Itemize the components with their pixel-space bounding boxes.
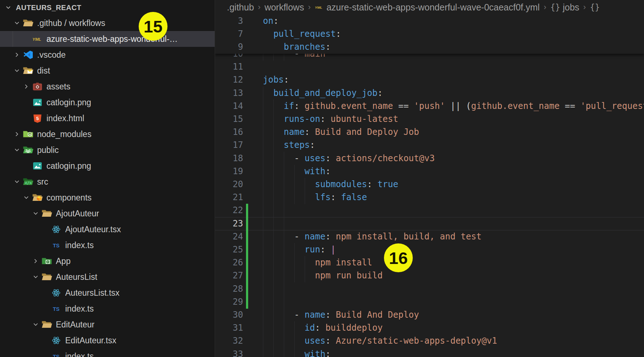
tree-item-assets[interactable]: assets: [0, 79, 215, 94]
code-line-17[interactable]: 17 steps:: [215, 138, 644, 152]
code-text: name: Build and Deploy Job: [263, 125, 419, 138]
tree-item-ajoutauteur-tsx[interactable]: AjoutAuteur.tsx: [0, 221, 215, 237]
indent-guide: [273, 282, 274, 296]
svg-text:TS: TS: [53, 243, 60, 248]
code-line-11[interactable]: 11: [215, 60, 644, 74]
code-line-18[interactable]: 18 - uses: actions/checkout@v3: [215, 152, 644, 165]
code-line-25[interactable]: 25 run: |: [215, 243, 644, 256]
svg-text:YML: YML: [315, 5, 323, 9]
line-number: 18: [215, 152, 243, 165]
tree-item-vscode[interactable]: .vscode: [0, 47, 215, 63]
breadcrumb-separator-icon: ›: [583, 3, 586, 12]
breadcrumb-item-jobs[interactable]: {}jobs: [550, 2, 580, 13]
tree-indent: [0, 39, 32, 39]
tree-item-label: .vscode: [37, 50, 66, 60]
chevron-down-icon[interactable]: [12, 67, 22, 74]
code-line-20[interactable]: 20 submodules: true: [215, 178, 644, 191]
code-text: - name: npm install, build, and test: [263, 230, 482, 243]
tree-item-index-ts[interactable]: TSindex.ts: [0, 301, 215, 317]
tree-item-label: AjoutAuteur.tsx: [65, 225, 121, 234]
breadcrumb-item-workflows[interactable]: workflows: [264, 2, 304, 13]
breadcrumb-label: azure-static-web-apps-wonderful-wave-0ca…: [326, 2, 540, 13]
chevron-down-icon[interactable]: [30, 274, 41, 280]
tree-item-catlogin-png[interactable]: catlogin.png: [0, 94, 215, 110]
chevron-right-icon[interactable]: [21, 83, 32, 90]
code-line-21[interactable]: 21 lfs: false: [215, 191, 644, 204]
indent-guide: [273, 217, 274, 230]
tree-item-ajoutauteur[interactable]: AjoutAuteur: [0, 206, 215, 221]
editor-pane: .github›workflows›YMLazure-static-web-ap…: [215, 0, 644, 357]
code-line-15[interactable]: 15 runs-on: ubuntu-latest: [215, 113, 644, 126]
tree-root-auteurs-react[interactable]: AUTEURS_REACT: [0, 0, 215, 15]
chevron-down-icon[interactable]: [12, 147, 22, 153]
tree-indent: [0, 309, 50, 309]
code-line-31[interactable]: 31 id: builddeploy: [215, 321, 644, 335]
code-line-27[interactable]: 27 npm run build: [215, 269, 644, 282]
git-change-bar: [246, 256, 248, 269]
tree-item-auteurslist[interactable]: AuteursList: [0, 269, 215, 285]
tree-item-index-html[interactable]: 5index.html: [0, 110, 215, 126]
breadcrumb-item-symbol-4[interactable]: {}: [590, 3, 603, 12]
code-text: with:: [263, 348, 331, 357]
tree-item-github-workflows[interactable]: .github / workflows: [0, 15, 215, 31]
tree-indent: [0, 102, 32, 103]
vscode-window: AUTEURS_REACT .github / workflowsYMLazur…: [0, 0, 644, 357]
chevron-down-icon[interactable]: [30, 210, 41, 217]
tree-item-app[interactable]: App: [0, 253, 215, 269]
tree-item-label: EditAuteur.tsx: [65, 336, 116, 345]
tree-item-index-ts[interactable]: TSindex.ts: [0, 348, 215, 357]
code-text: on:: [263, 14, 278, 27]
tree-item-label: .github / workflows: [37, 18, 105, 28]
tree-item-public[interactable]: public: [0, 142, 215, 158]
chevron-right-icon[interactable]: [30, 258, 41, 264]
tree-item-auteurslist-tsx[interactable]: AuteursList.tsx: [0, 285, 215, 301]
code-line-32[interactable]: 32 uses: Azure/static-web-apps-deploy@v1: [215, 334, 644, 348]
code-line-19[interactable]: 19 with:: [215, 165, 644, 178]
breadcrumb-item-azure-static-web-apps-wonderful-wave-0caeacf0f-yml[interactable]: YMLazure-static-web-apps-wonderful-wave-…: [314, 2, 540, 13]
code-line-9[interactable]: 9 branches:: [215, 40, 644, 54]
code-line-12[interactable]: 12jobs:: [215, 73, 644, 87]
code-line-28[interactable]: 28: [215, 282, 644, 296]
git-change-bar: [246, 269, 248, 282]
code-line-33[interactable]: 33 with:: [215, 348, 644, 357]
tree-item-node-modules[interactable]: JSnode_modules: [0, 126, 215, 142]
yaml-icon: YML: [32, 34, 43, 44]
breadcrumb-item-github[interactable]: .github: [227, 2, 254, 13]
react-icon: [50, 335, 62, 345]
code-line-24[interactable]: 24 - name: npm install, build, and test: [215, 230, 644, 243]
code-line-13[interactable]: 13 build_and_deploy_job:: [215, 87, 644, 100]
tree-indent: [0, 293, 50, 293]
code-line-30[interactable]: 30 - name: Build And Deploy: [215, 308, 644, 322]
code-line-14[interactable]: 14 if: github.event_name == 'push' || (g…: [215, 100, 644, 113]
code-line-29[interactable]: 29: [215, 295, 644, 309]
tree-item-editauteur[interactable]: EditAuteur: [0, 317, 215, 332]
indent-guide: [284, 295, 284, 309]
chevron-down-icon[interactable]: [30, 321, 41, 328]
tree-item-catlogin-png[interactable]: catlogin.png: [0, 158, 215, 174]
tree-item-azure-static-web-apps-wonderful-wave-0caeacf0f-yml[interactable]: YMLazure-static-web-apps-wonderful-wave-…: [0, 31, 215, 47]
code-text: lfs: false: [263, 191, 367, 204]
folder-icon: [41, 319, 53, 330]
code-line-23[interactable]: 23: [215, 217, 644, 230]
code-line-16[interactable]: 16 name: Build and Deploy Job: [215, 125, 644, 139]
image-icon: [32, 97, 43, 107]
code-line-22[interactable]: 22: [215, 204, 644, 217]
project-root-label: AUTEURS_REACT: [16, 4, 81, 12]
chevron-down-icon[interactable]: [12, 178, 22, 185]
chevron-down-icon[interactable]: [12, 20, 22, 26]
tree-item-dist[interactable]: dist: [0, 63, 215, 79]
breadcrumb-label: workflows: [264, 2, 304, 13]
chevron-right-icon[interactable]: [12, 131, 22, 137]
code-line-7[interactable]: 7 pull_request:: [215, 27, 644, 41]
line-number: 21: [215, 191, 243, 204]
code-line-26[interactable]: 26 npm install: [215, 256, 644, 269]
tree-item-components[interactable]: components: [0, 190, 215, 206]
line-number: 3: [215, 14, 243, 27]
code-viewport[interactable]: 10 - main1112jobs:13 build_and_deploy_jo…: [215, 14, 644, 357]
tree-item-editauteur-tsx[interactable]: EditAuteur.tsx: [0, 332, 215, 348]
chevron-down-icon[interactable]: [21, 194, 32, 201]
code-line-3[interactable]: 3on:: [215, 14, 644, 28]
chevron-right-icon[interactable]: [12, 52, 22, 58]
tree-item-index-ts[interactable]: TSindex.ts: [0, 237, 215, 253]
tree-item-src[interactable]: </>src: [0, 174, 215, 190]
